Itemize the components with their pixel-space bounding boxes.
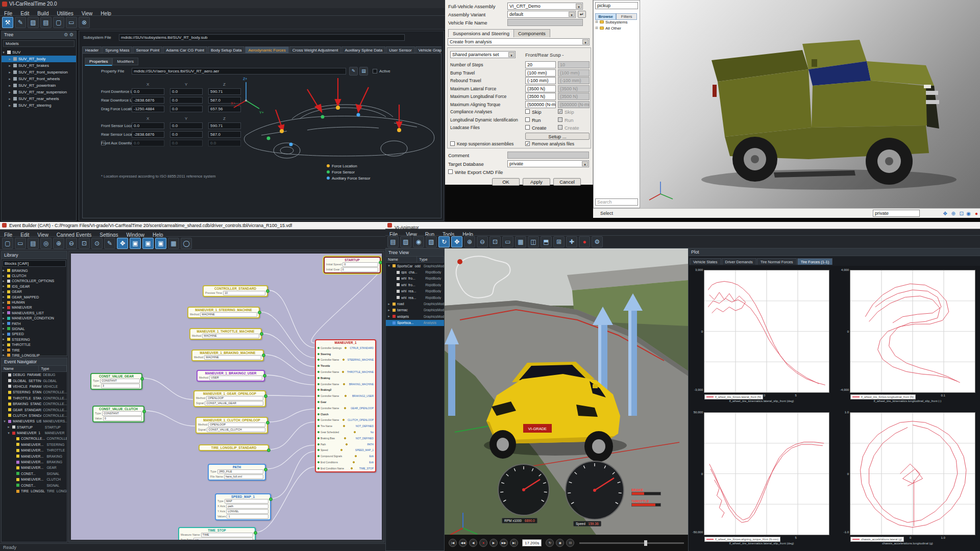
step-back-button[interactable]: ◀ [469,539,477,547]
maneuver-row-18[interactable]: Compound SignalsEdit [316,453,375,459]
camera-icon[interactable]: ◉ [413,236,424,247]
expander-icon[interactable]: ⊞ [595,26,598,30]
navigator-row-gear_standard[interactable]: GEAR_STANDARDCONTROLLE... [2,407,67,412]
navigator-column-name[interactable]: Name [2,366,39,371]
maneuver-row-17[interactable]: SpeedSPEED_MAP_1 [316,447,375,454]
chevron-down-icon[interactable]: ▾ [508,52,514,57]
cube-view-icon[interactable]: ▧ [426,236,437,247]
navigator-row-throttle_standard[interactable]: THROTTLE_STANDARDCONTROLLE... [2,395,67,401]
plot-area-1[interactable]: lf_wheel_tire_forces.longitudinal_front … [850,270,975,393]
cancel-button[interactable]: Cancel [553,178,581,186]
hint-bulb-icon[interactable]: ◎ [40,238,52,249]
sensor-row-0-y-field[interactable]: 0.0 [170,122,203,129]
anim-tree-row-whl_rea[interactable]: whl_rea...RigidBody [386,288,444,294]
plot-tab-tire-forces-1-1-[interactable]: Tire Forces (1-1) [797,258,833,265]
write-pencil-icon[interactable]: ✎ [15,17,26,28]
tab-body-setup-data[interactable]: Body Setup Data [208,46,244,53]
navigator-row-maneuver[interactable]: MANEUVER...STEERING [2,442,67,447]
tree-item-suv_rt_brakes[interactable]: ▸SUV_RT_brakes [2,62,76,69]
node-const_value_clutch[interactable]: CONST_VALUE_CLUTCHTypeCONSTANTValue0 [92,406,144,422]
expander-icon[interactable]: ▸ [8,104,12,108]
plot-area-3[interactable]: chassis_accelerations.lateral (g) [850,412,975,535]
navigator-row-maneuver_1[interactable]: ▾MANEUVER_1MANEUVER [2,430,67,436]
library-item-clutch[interactable]: ▸CLUTCH [2,273,67,278]
library-item-controller_options[interactable]: ▸CONTROLLER_OPTIONS [2,279,67,284]
node-field-value[interactable]: 1 [227,514,268,519]
setup-button[interactable]: Setup ... [525,133,590,140]
node-field-value[interactable]: path [226,504,268,509]
expander-icon[interactable]: ▸ [8,77,12,81]
slider-thumb[interactable] [644,540,647,546]
group-tool-icon[interactable]: ▣ [155,238,166,249]
expander-icon[interactable]: ▸ [2,337,6,341]
expander-icon[interactable]: ▸ [7,425,11,429]
anim-tree-row-whl_fro[interactable]: whl_fro...RigidBody [386,276,444,282]
expander-icon[interactable]: ▸ [2,311,6,315]
node-field-value[interactable]: 3 [101,384,140,388]
force-row-0-y-field[interactable]: 0.0 [170,88,203,95]
expander-icon[interactable]: ▾ [2,51,6,55]
record-icon[interactable]: ● [975,209,978,218]
port-out-icon[interactable] [264,468,267,471]
maneuver-row-4[interactable]: Controller NameTHROTTLE_MACHINE [316,369,375,375]
param-field-4[interactable]: (3500 N) [525,93,556,100]
pan-icon[interactable]: ✥ [451,236,462,247]
write-cmd-checkbox[interactable] [448,169,453,174]
expander-icon[interactable]: ▸ [2,274,6,278]
tree-item-suv_rt_front_suspension[interactable]: ▸SUV_RT_front_suspension [2,69,76,76]
zoom-in-icon[interactable]: ⊕ [464,236,475,247]
block-tool-icon[interactable]: ▣ [130,238,141,249]
plot-icon[interactable]: ▨ [28,17,39,28]
anim-3d-viewport[interactable]: VI-GRADE RPM x1000 6890.0 Speed [445,248,688,551]
truck-3d-viewport[interactable] [640,0,980,208]
node-field-value[interactable]: hans_full.xml [224,474,263,479]
maneuver-row-1[interactable]: Steering [316,351,375,357]
tab-adams-car-cg-point[interactable]: Adams Car CG Point [163,46,207,53]
expander-icon[interactable]: ▸ [8,70,12,74]
remove-files-checkbox[interactable]: ✓ [525,141,530,146]
anim-tree-row-tarmac[interactable]: ▸tarmacGraphicsModel [386,307,444,313]
build-hammer-icon[interactable]: ⚒ [2,17,13,28]
run-check-icon[interactable]: ▦ [168,238,179,249]
tab-vehicle-graphics[interactable]: Vehicle Graphics [415,46,442,53]
tree-item-suv_rt_powertrain[interactable]: ▸SUV_RT_powertrain [2,82,76,89]
node-field-value[interactable]: OPENLOOP [206,396,263,400]
apply-button[interactable]: Apply [523,178,550,186]
node-field-value[interactable]: CONSTANT [102,411,142,416]
subtab-properties[interactable]: Properties [85,58,112,66]
node-tire_longslip_standard[interactable]: TIRE_LONGSLIP_STANDARD [199,444,269,451]
camera-icon[interactable]: ◉ [966,209,971,218]
param-field-0[interactable]: 20 [525,61,556,68]
navigator-row-maneuver[interactable]: MANEUVER...CLUTCH [2,477,67,482]
node-field-value[interactable]: USER [209,375,262,380]
sensor-row-0-x-field[interactable]: 0.0 [132,122,164,129]
navigator-row-maneuver[interactable]: MANEUVER...BRAKING [2,459,67,465]
node-maneuver_1_braking2_user[interactable]: MANEUVER_1_BRAKING2_USERMethodUSER [197,370,265,382]
zoom-fit-icon[interactable]: ⊡ [79,238,90,249]
expander-icon[interactable]: ▸ [2,295,6,299]
expander-icon[interactable]: ▸ [387,314,391,318]
shared-parameters-select[interactable]: Shared parameters set▾ [450,51,516,58]
library-item-speed[interactable]: ▸SPEED [2,332,67,337]
zoom-in-icon[interactable]: ⊕ [53,238,64,249]
param-field-1[interactable]: (100 mm) [525,69,556,77]
navigator-row-startup[interactable]: ▸STARTUPSTARTUP [2,424,67,430]
tree-item-suv_rt_body[interactable]: ▸SUV_RT_body [2,56,76,62]
library-item-maneuvers_list[interactable]: ▸MANEUVERS_LIST [2,310,67,315]
expander-icon[interactable]: ▸ [8,97,12,101]
library-item-maneuver[interactable]: ▸MANEUVER [2,305,67,310]
record-button[interactable]: ● [479,539,487,547]
expander-icon[interactable]: ▸ [2,306,6,310]
maneuver-row-0[interactable]: Controller SettingsCTRLR_STANDARD [316,345,375,351]
expander-icon[interactable]: ▸ [8,57,12,61]
maneuver-row-19[interactable]: End ConditionsEdit [316,459,375,465]
dialog-tab-components[interactable]: Components [513,29,550,37]
expander-icon[interactable]: ▸ [387,308,391,312]
open-folder-icon[interactable]: ▭ [66,17,77,28]
navigator-row-const[interactable]: CONST...SIGNAL [2,471,67,477]
full-vehicle-assembly-field[interactable]: VI_CRT_Demo▾ [507,3,583,10]
node-field-value[interactable]: MACHINE [202,334,259,338]
expander-icon[interactable]: ▸ [2,290,6,294]
port-out-icon[interactable] [140,377,144,381]
force-row-1-y-field[interactable]: 0.0 [170,97,203,104]
